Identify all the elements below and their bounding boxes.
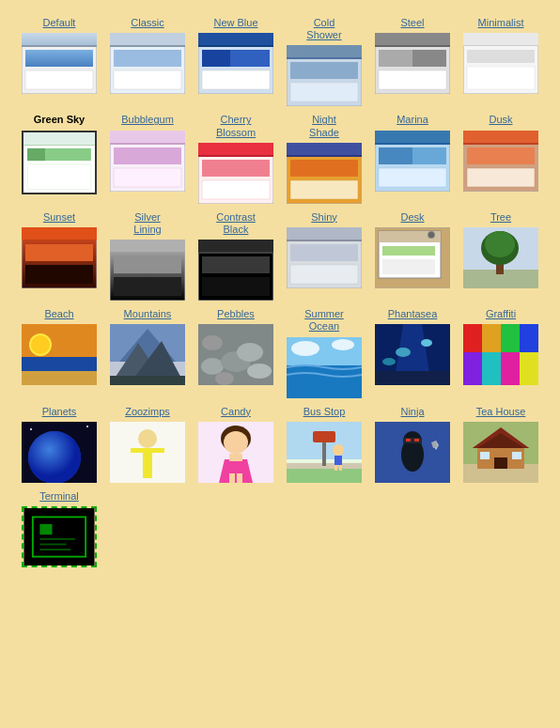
svg-rect-44 <box>198 143 273 155</box>
svg-rect-151 <box>229 473 235 483</box>
svg-rect-79 <box>287 240 362 241</box>
svg-rect-42 <box>114 168 181 187</box>
svg-rect-63 <box>467 168 535 187</box>
svg-rect-143 <box>148 465 152 478</box>
theme-pebbles[interactable]: Pebbles <box>194 308 278 397</box>
svg-rect-2 <box>22 45 97 47</box>
svg-rect-80 <box>290 244 358 261</box>
theme-tea-house[interactable]: Tea House <box>459 406 543 483</box>
theme-planets-preview <box>22 422 97 483</box>
svg-rect-184 <box>39 549 70 550</box>
svg-rect-65 <box>22 227 97 240</box>
theme-graffiti-label: Graffiti <box>486 308 516 320</box>
svg-rect-167 <box>406 439 411 441</box>
theme-green-sky[interactable]: Green Sky <box>17 114 101 203</box>
theme-grid: Default <box>9 9 551 575</box>
theme-zoozimps[interactable]: Zoozimps <box>105 406 190 483</box>
svg-point-107 <box>201 358 224 375</box>
theme-steel[interactable]: Steel <box>370 17 455 106</box>
theme-graffiti[interactable]: Graffiti <box>459 308 543 397</box>
svg-point-140 <box>138 429 157 448</box>
svg-rect-18 <box>287 57 362 59</box>
svg-rect-34 <box>23 145 94 146</box>
svg-point-122 <box>382 358 396 365</box>
theme-dusk-preview <box>463 131 538 192</box>
theme-candy-label: Candy <box>221 406 251 418</box>
theme-beach[interactable]: Beach <box>17 308 101 397</box>
theme-marina[interactable]: Marina <box>370 114 455 203</box>
theme-cherry-blossom[interactable]: CherryBlossom <box>194 114 278 203</box>
svg-rect-131 <box>520 352 538 385</box>
theme-dusk[interactable]: Dusk <box>459 114 543 203</box>
svg-rect-37 <box>27 163 91 188</box>
theme-default[interactable]: Default <box>17 17 101 106</box>
svg-rect-41 <box>114 147 181 164</box>
theme-cherry-blossom-preview <box>198 143 273 204</box>
theme-terminal-preview <box>22 506 97 567</box>
svg-point-135 <box>86 426 88 427</box>
svg-rect-55 <box>375 143 450 145</box>
theme-phantasea-label: Phantasea <box>388 308 438 320</box>
svg-rect-4 <box>25 70 93 89</box>
svg-rect-26 <box>412 50 446 67</box>
theme-bus-stop[interactable]: Bus Stop <box>282 406 366 483</box>
theme-desk[interactable]: Desk <box>370 211 455 301</box>
svg-rect-124 <box>463 324 482 352</box>
svg-rect-168 <box>414 439 419 441</box>
theme-dusk-label: Dusk <box>489 114 512 126</box>
svg-rect-47 <box>202 180 270 199</box>
svg-rect-182 <box>39 538 75 540</box>
theme-phantasea[interactable]: Phantasea <box>370 308 455 397</box>
theme-new-blue-label: New Blue <box>213 17 257 29</box>
theme-bus-stop-label: Bus Stop <box>303 406 346 418</box>
theme-minimalist[interactable]: Minimalist <box>459 17 543 106</box>
theme-tree-label: Tree <box>490 211 511 224</box>
svg-rect-161 <box>334 465 337 471</box>
theme-bubblegum[interactable]: Bubblegum <box>105 114 190 203</box>
svg-rect-22 <box>375 33 450 45</box>
svg-rect-74 <box>198 252 273 254</box>
svg-rect-119 <box>375 371 450 385</box>
theme-sunset-label: Sunset <box>43 211 75 224</box>
theme-night-shade[interactable]: NightShade <box>282 114 366 203</box>
theme-terminal[interactable]: Terminal <box>17 490 101 567</box>
svg-point-86 <box>428 232 434 238</box>
theme-terminal-label: Terminal <box>39 490 79 503</box>
theme-ninja[interactable]: Ninja <box>370 406 455 483</box>
theme-summer-ocean[interactable]: SummerOcean <box>282 308 366 397</box>
theme-new-blue-preview <box>198 33 273 94</box>
theme-ninja-label: Ninja <box>400 406 424 418</box>
theme-pebbles-preview <box>198 324 273 385</box>
svg-point-121 <box>421 339 432 347</box>
svg-rect-52 <box>290 180 358 199</box>
theme-cold-shower[interactable]: ColdShower <box>282 17 366 106</box>
theme-mountains[interactable]: Mountains <box>105 308 190 397</box>
svg-rect-128 <box>463 352 482 385</box>
theme-new-blue[interactable]: New Blue <box>194 17 278 106</box>
svg-point-109 <box>247 364 272 379</box>
theme-tree[interactable]: Tree <box>459 211 543 301</box>
theme-contrast-black[interactable]: ContrastBlack <box>194 211 278 301</box>
svg-rect-1 <box>22 33 97 45</box>
svg-rect-88 <box>382 259 435 274</box>
svg-rect-152 <box>237 473 242 483</box>
svg-point-94 <box>485 231 515 257</box>
theme-beach-label: Beach <box>44 308 73 320</box>
svg-rect-40 <box>110 143 185 145</box>
svg-rect-20 <box>290 83 358 101</box>
theme-candy[interactable]: Candy <box>194 406 278 483</box>
theme-phantasea-preview <box>375 324 450 385</box>
svg-rect-31 <box>467 67 535 89</box>
theme-planets[interactable]: Planets <box>17 406 101 483</box>
svg-rect-51 <box>290 160 358 177</box>
svg-rect-176 <box>494 457 507 469</box>
svg-rect-29 <box>463 45 538 46</box>
theme-shiny[interactable]: Shiny <box>282 211 366 301</box>
theme-silver-lining[interactable]: SilverLining <box>105 211 190 301</box>
svg-point-116 <box>332 339 354 350</box>
theme-classic[interactable]: Classic <box>105 17 190 106</box>
svg-rect-8 <box>114 50 181 67</box>
svg-point-138 <box>28 431 81 483</box>
svg-rect-141 <box>143 448 152 465</box>
theme-sunset[interactable]: Sunset <box>17 211 101 301</box>
